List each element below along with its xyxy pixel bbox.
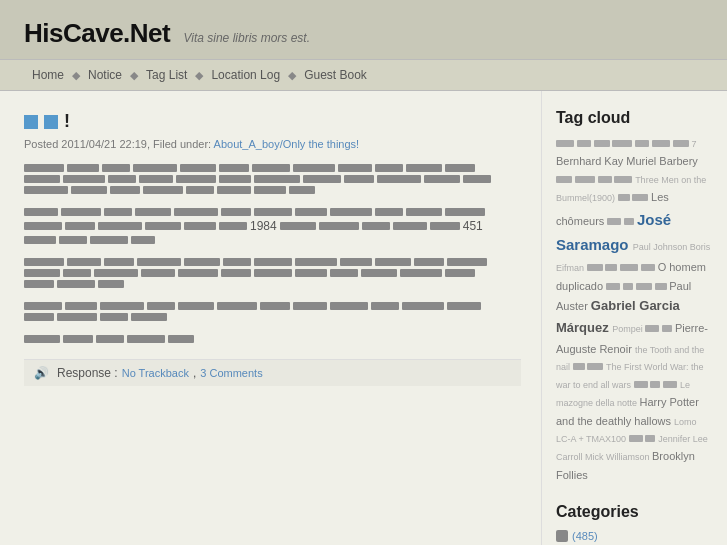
post-paragraph-3 bbox=[24, 258, 521, 288]
content-area: ! Posted 2011/04/21 22:19, Filed under: … bbox=[0, 91, 727, 545]
no-trackback-link[interactable]: No Trackback bbox=[122, 367, 189, 379]
tag-cloud-section: Tag cloud 7 Bernhard Kay Muriel Barbery … bbox=[556, 109, 713, 485]
tag-pompei[interactable]: Pompei bbox=[612, 324, 645, 334]
nav-guestbook[interactable]: Guest Book bbox=[296, 66, 375, 84]
site-title: HisCave.Net bbox=[24, 18, 170, 48]
footer-separator: , bbox=[193, 366, 196, 380]
tag-cloud-title: Tag cloud bbox=[556, 109, 713, 127]
post-meta: Posted 2011/04/21 22:19, Filed under: Ab… bbox=[24, 138, 521, 150]
nav-sep-4: ◆ bbox=[288, 69, 296, 82]
post-paragraph-4 bbox=[24, 302, 521, 321]
post-category-link[interactable]: About_A_boy/Only the things! bbox=[214, 138, 360, 150]
categories-title: Categories bbox=[556, 503, 713, 521]
cat-root-icon bbox=[556, 530, 568, 542]
number-reference: 451 bbox=[463, 219, 483, 233]
speaker-icon: 🔊 bbox=[34, 366, 49, 380]
site-subtitle: Vita sine libris mors est. bbox=[183, 31, 310, 45]
nav-home[interactable]: Home bbox=[24, 66, 72, 84]
post-title-row: ! bbox=[24, 111, 521, 132]
tag-7[interactable]: 7 bbox=[691, 139, 696, 149]
nav-notice[interactable]: Notice bbox=[80, 66, 130, 84]
sidebar: Tag cloud 7 Bernhard Kay Muriel Barbery … bbox=[542, 91, 727, 545]
tag-bernhard-kay[interactable]: Bernhard Kay bbox=[556, 155, 626, 167]
post-footer: 🔊 Response : No Trackback , 3 Comments bbox=[24, 359, 521, 386]
tag-mick[interactable]: Mick Williamson bbox=[585, 452, 652, 462]
year-reference: 1984 bbox=[250, 219, 277, 233]
main-nav: Home ◆ Notice ◆ Tag List ◆ Location Log … bbox=[0, 59, 727, 91]
post-paragraph-1 bbox=[24, 164, 521, 194]
cat-root: (485) bbox=[556, 527, 713, 545]
site-header: HisCave.Net Vita sine libris mors est. bbox=[0, 0, 727, 59]
nav-sep-2: ◆ bbox=[130, 69, 138, 82]
post-paragraph-2: 1984 451 bbox=[24, 208, 521, 244]
nav-sep-1: ◆ bbox=[72, 69, 80, 82]
response-label: Response : bbox=[57, 366, 118, 380]
categories-section: Categories (485) Review (151) Book (152)… bbox=[556, 503, 713, 545]
blue-square-icon-1 bbox=[24, 115, 38, 129]
tag-paul-johnson[interactable]: Paul Johnson bbox=[633, 242, 690, 252]
cat-root-link[interactable]: (485) bbox=[572, 530, 598, 542]
nav-taglist[interactable]: Tag List bbox=[138, 66, 195, 84]
post-exclaim: ! bbox=[64, 111, 70, 132]
post-paragraph-5 bbox=[24, 335, 521, 343]
tag-muriel-barbery[interactable]: Muriel Barbery bbox=[626, 155, 698, 167]
main-content: ! Posted 2011/04/21 22:19, Filed under: … bbox=[0, 91, 542, 545]
nav-locationlog[interactable]: Location Log bbox=[203, 66, 288, 84]
blue-square-icon-2 bbox=[44, 115, 58, 129]
nav-sep-3: ◆ bbox=[195, 69, 203, 82]
tag-cloud-content: 7 Bernhard Kay Muriel Barbery Three Men … bbox=[556, 135, 713, 485]
comments-link[interactable]: 3 Comments bbox=[200, 367, 262, 379]
